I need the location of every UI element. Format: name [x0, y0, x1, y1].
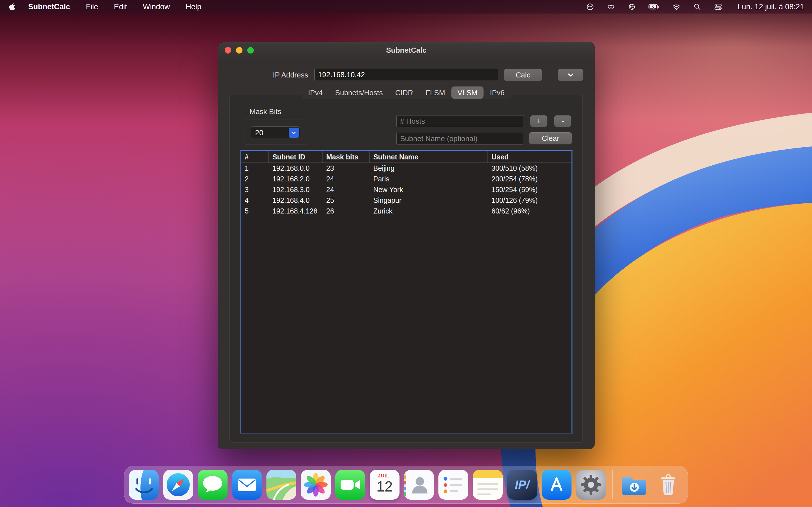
dock-messages[interactable] — [198, 470, 227, 500]
subnetcalc-icon-label: IP/ — [515, 478, 529, 492]
cell-index: 3 — [241, 186, 269, 194]
cell-mask-bits: 26 — [322, 207, 370, 215]
history-dropdown-button[interactable] — [558, 69, 583, 81]
cell-subnet-id: 192.168.4.0 — [269, 196, 322, 205]
siri-icon[interactable] — [586, 3, 594, 11]
dock-finder[interactable] — [129, 470, 159, 500]
column-header-index[interactable]: # — [241, 151, 269, 163]
cell-index: 2 — [241, 175, 269, 183]
cell-subnet-name: Singapur — [370, 196, 488, 205]
globe-icon[interactable] — [627, 3, 636, 11]
subnetcalc-window: SubnetCalc IP Address Calc IPv4 Subnets/… — [218, 42, 595, 449]
cell-mask-bits: 23 — [322, 164, 370, 172]
calendar-day: 12 — [376, 478, 393, 495]
cell-index: 5 — [241, 207, 269, 215]
dock-downloads[interactable] — [619, 470, 649, 500]
cell-subnet-id: 192.168.2.0 — [269, 175, 322, 183]
cell-subnet-id: 192.168.3.0 — [269, 186, 322, 194]
popup-chevron-icon — [289, 128, 299, 138]
dock-facetime[interactable] — [335, 470, 365, 500]
menu-window[interactable]: Window — [143, 3, 170, 11]
vlsm-table[interactable]: # Subnet ID Mask bits Subnet Name Used 1… — [241, 151, 572, 433]
table-row[interactable]: 1 192.168.0.0 23 Beijing 300/510 (58%) — [241, 163, 571, 173]
dock-maps[interactable] — [266, 470, 296, 500]
dock-app-store[interactable] — [542, 470, 571, 500]
column-header-mask-bits[interactable]: Mask bits — [322, 151, 370, 163]
infinity-icon[interactable] — [607, 3, 615, 11]
ip-address-label: IP Address — [260, 71, 308, 79]
table-row[interactable]: 4 192.168.4.0 25 Singapur 100/126 (79%) — [241, 195, 571, 206]
hosts-input[interactable] — [396, 115, 524, 127]
calc-button[interactable]: Calc — [504, 69, 542, 81]
dock: JUIL. 12 IP/ — [124, 466, 688, 504]
apple-menu-icon[interactable] — [8, 3, 16, 11]
tab-flsm[interactable]: FLSM — [419, 87, 451, 99]
cell-mask-bits: 24 — [322, 186, 370, 194]
cell-index: 1 — [241, 164, 269, 172]
dock-notes[interactable] — [473, 470, 503, 500]
menu-help[interactable]: Help — [186, 3, 202, 11]
tab-ipv4[interactable]: IPv4 — [302, 87, 329, 99]
cell-used: 100/126 (79%) — [488, 196, 571, 205]
dock-mail[interactable] — [232, 470, 262, 500]
menu-clock[interactable]: Lun. 12 juil. à 08:21 — [738, 3, 804, 11]
cell-used: 150/254 (59%) — [488, 186, 571, 194]
subnet-name-input[interactable] — [396, 133, 524, 145]
cell-used: 60/62 (96%) — [488, 207, 571, 215]
cell-subnet-name: Zurick — [370, 207, 488, 215]
mask-bits-popup[interactable]: 20 — [251, 126, 300, 139]
menu-edit[interactable]: Edit — [114, 3, 127, 11]
close-button[interactable] — [225, 47, 231, 54]
tab-cidr[interactable]: CIDR — [389, 87, 419, 99]
dock-separator — [612, 470, 613, 499]
column-header-subnet-id[interactable]: Subnet ID — [269, 151, 322, 163]
cell-subnet-name: Beijing — [370, 164, 488, 172]
control-center-icon[interactable] — [714, 3, 722, 11]
cell-used: 200/254 (78%) — [488, 175, 571, 183]
minimize-button[interactable] — [236, 47, 243, 54]
dock-system-preferences[interactable] — [576, 470, 606, 500]
cell-used: 300/510 (58%) — [488, 164, 571, 172]
table-row[interactable]: 3 192.168.3.0 24 New York 150/254 (59%) — [241, 184, 571, 195]
window-title: SubnetCalc — [218, 42, 595, 58]
window-titlebar[interactable]: SubnetCalc — [218, 42, 595, 58]
desktop: SubnetCalc File Edit Window Help — [0, 0, 812, 507]
add-subnet-button[interactable]: + — [530, 115, 548, 127]
clear-button[interactable]: Clear — [529, 132, 572, 145]
table-row[interactable]: 5 192.168.4.128 26 Zurick 60/62 (96%) — [241, 206, 571, 216]
table-row[interactable]: 2 192.168.2.0 24 Paris 200/254 (78%) — [241, 173, 571, 184]
tab-bar: IPv4 Subnets/Hosts CIDR FLSM VLSM IPv6 — [218, 87, 595, 99]
tab-vlsm[interactable]: VLSM — [451, 87, 484, 99]
column-header-used[interactable]: Used — [488, 151, 571, 163]
chevron-down-icon — [567, 73, 574, 77]
menu-app-name[interactable]: SubnetCalc — [28, 3, 70, 11]
dock-photos[interactable] — [301, 470, 331, 500]
cell-subnet-name: Paris — [370, 175, 488, 183]
vlsm-panel: Mask Bits 20 + - Clear # Subnet ID Mask … — [230, 95, 583, 443]
dock-safari[interactable] — [163, 470, 193, 500]
traffic-lights — [225, 47, 254, 54]
cell-subnet-id: 192.168.0.0 — [269, 164, 322, 172]
menu-file[interactable]: File — [86, 3, 98, 11]
dock-contacts[interactable] — [404, 470, 434, 500]
ip-address-input[interactable] — [314, 69, 498, 81]
dock-calendar[interactable]: JUIL. 12 — [370, 470, 400, 500]
mask-bits-label: Mask Bits — [250, 107, 282, 116]
tab-ipv6[interactable]: IPv6 — [484, 87, 511, 99]
dock-trash[interactable] — [653, 470, 683, 500]
wifi-icon[interactable] — [672, 3, 680, 11]
tab-subnets-hosts[interactable]: Subnets/Hosts — [329, 87, 389, 99]
remove-subnet-button[interactable]: - — [554, 115, 571, 127]
cell-index: 4 — [241, 196, 269, 205]
calendar-month: JUIL. — [378, 473, 391, 478]
dock-subnetcalc[interactable]: IP/ — [507, 470, 537, 500]
column-header-subnet-name[interactable]: Subnet Name — [370, 151, 488, 163]
zoom-button[interactable] — [247, 47, 254, 54]
battery-charging-icon[interactable] — [649, 4, 660, 10]
table-header: # Subnet ID Mask bits Subnet Name Used — [241, 151, 571, 163]
dock-reminders[interactable] — [439, 470, 468, 500]
spotlight-icon[interactable] — [693, 3, 702, 11]
cell-mask-bits: 24 — [322, 175, 370, 183]
mask-bits-value: 20 — [251, 128, 289, 137]
cell-subnet-name: New York — [370, 186, 488, 194]
